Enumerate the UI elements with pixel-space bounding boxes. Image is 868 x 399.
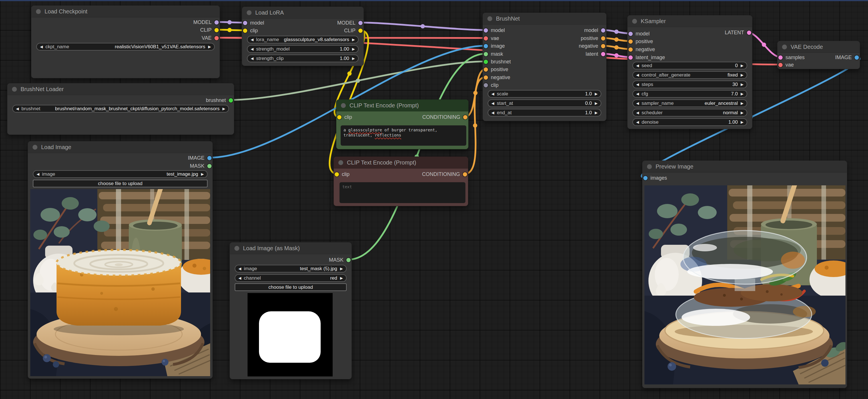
stepper-right-icon[interactable]: ▶	[595, 101, 598, 105]
stepper-right-icon[interactable]: ▶	[201, 172, 204, 176]
collapse-dot-icon[interactable]	[632, 19, 637, 24]
stepper-left-icon[interactable]: ◀	[636, 111, 639, 115]
stepper-right-icon[interactable]: ▶	[741, 92, 744, 96]
link-midpoint-dot[interactable]	[615, 30, 619, 34]
output-port-model[interactable]	[358, 21, 363, 25]
output-port-model[interactable]	[214, 20, 219, 25]
output-port-conditioning[interactable]	[463, 172, 467, 177]
link-midpoint-dot[interactable]	[356, 79, 360, 83]
node-titlebar[interactable]: VAE Decode	[777, 41, 860, 53]
widget-start-at[interactable]: ◀ start_at 0.0 ▶	[488, 99, 601, 107]
input-port-negative[interactable]	[484, 75, 488, 80]
node-clip-text-encode-negative[interactable]: CLIP Text Encode (Prompt) clip CONDITION…	[334, 156, 468, 206]
stepper-right-icon[interactable]: ▶	[352, 47, 355, 51]
stepper-right-icon[interactable]: ▶	[741, 83, 744, 86]
positive-prompt-textarea[interactable]: a glasssculpture of burger transparent, …	[341, 125, 466, 146]
node-titlebar[interactable]: CLIP Text Encode (Prompt)	[336, 100, 468, 112]
node-titlebar[interactable]: Load Image	[28, 142, 212, 153]
output-port-image[interactable]	[855, 55, 859, 60]
link-midpoint-dot[interactable]	[615, 37, 619, 42]
node-load-image[interactable]: Load Image IMAGE MASK ◀ image test_image…	[28, 141, 213, 379]
stepper-right-icon[interactable]: ▶	[340, 267, 343, 271]
stepper-right-icon[interactable]: ▶	[741, 101, 744, 105]
node-graph-canvas[interactable]: Load Checkpoint MODEL CLIP VAE ◀ ckpt_na…	[0, 0, 868, 399]
widget-image-file[interactable]: ◀ image test_image.jpg ▶	[33, 170, 208, 178]
stepper-left-icon[interactable]: ◀	[251, 47, 253, 51]
widget-end-at[interactable]: ◀ end_at 1.0 ▶	[488, 109, 601, 117]
collapse-dot-icon[interactable]	[782, 44, 787, 50]
stepper-right-icon[interactable]: ▶	[741, 111, 744, 115]
stepper-left-icon[interactable]: ◀	[636, 101, 639, 105]
widget-ckpt-name[interactable]: ◀ ckpt_name realisticVisionV60B1_v51VAE.…	[36, 43, 215, 51]
node-titlebar[interactable]: KSampler	[628, 16, 752, 27]
stepper-left-icon[interactable]: ◀	[636, 64, 639, 67]
stepper-right-icon[interactable]: ▶	[352, 57, 355, 60]
node-titlebar[interactable]: Load Image (as Mask)	[230, 243, 351, 254]
output-port-vae[interactable]	[214, 36, 219, 40]
collapse-dot-icon[interactable]	[36, 9, 41, 14]
stepper-left-icon[interactable]: ◀	[636, 92, 639, 96]
stepper-right-icon[interactable]: ▶	[595, 92, 598, 96]
widget-sampler-name[interactable]: ◀ sampler_name euler_ancestral ▶	[632, 99, 747, 107]
node-titlebar[interactable]: Load Checkpoint	[31, 6, 220, 18]
input-port-positive[interactable]	[484, 67, 488, 72]
stepper-left-icon[interactable]: ◀	[16, 107, 19, 111]
widget-brushnet-ckpt[interactable]: ◀ brushnet brushnet/random_mask_brushnet…	[12, 105, 229, 113]
stepper-right-icon[interactable]: ▶	[352, 38, 355, 41]
input-port-vae[interactable]	[778, 63, 783, 67]
node-preview-image[interactable]: Preview Image images	[642, 160, 847, 388]
stepper-left-icon[interactable]: ◀	[491, 111, 494, 115]
link-midpoint-dot[interactable]	[227, 20, 232, 25]
output-port-latent[interactable]	[601, 52, 605, 56]
output-port-latent[interactable]	[747, 31, 751, 35]
stepper-left-icon[interactable]: ◀	[251, 57, 253, 60]
widget-scale[interactable]: ◀ scale 1.0 ▶	[488, 90, 601, 98]
stepper-left-icon[interactable]: ◀	[636, 83, 639, 86]
link-midpoint-dot[interactable]	[421, 24, 425, 29]
input-port-positive[interactable]	[628, 39, 633, 44]
node-titlebar[interactable]: CLIP Text Encode (Prompt)	[334, 157, 468, 168]
node-load-checkpoint[interactable]: Load Checkpoint MODEL CLIP VAE ◀ ckpt_na…	[31, 5, 220, 78]
stepper-left-icon[interactable]: ◀	[239, 276, 241, 280]
stepper-left-icon[interactable]: ◀	[636, 120, 639, 124]
input-port-images[interactable]	[643, 176, 648, 180]
stepper-left-icon[interactable]: ◀	[40, 45, 43, 49]
stepper-left-icon[interactable]: ◀	[491, 92, 494, 96]
node-ksampler[interactable]: KSampler model positive negative latent_…	[627, 15, 752, 129]
stepper-left-icon[interactable]: ◀	[239, 267, 241, 271]
widget-seed[interactable]: ◀ seed 0 ▶	[632, 62, 747, 69]
negative-prompt-textarea[interactable]: text	[340, 182, 465, 203]
collapse-dot-icon[interactable]	[341, 103, 346, 108]
stepper-right-icon[interactable]: ▶	[741, 120, 744, 124]
node-titlebar[interactable]: BrushNet	[483, 13, 606, 25]
link-midpoint-dot[interactable]	[347, 71, 352, 76]
output-port-brushnet[interactable]	[229, 98, 233, 102]
output-port-positive[interactable]	[601, 36, 605, 40]
stepper-right-icon[interactable]: ▶	[208, 45, 211, 49]
widget-channel[interactable]: ◀ channel red ▶	[235, 274, 347, 282]
collapse-dot-icon[interactable]	[487, 16, 492, 21]
output-port-clip[interactable]	[358, 29, 363, 33]
output-port-conditioning[interactable]	[463, 115, 467, 119]
input-port-latent-image[interactable]	[628, 55, 633, 60]
stepper-right-icon[interactable]: ▶	[222, 107, 225, 111]
output-port-mask[interactable]	[346, 258, 351, 262]
output-port-negative[interactable]	[601, 44, 605, 48]
node-titlebar[interactable]: Load LoRA	[242, 7, 364, 19]
widget-denoise[interactable]: ◀ denoise 1.00 ▶	[632, 118, 747, 126]
link-midpoint-dot[interactable]	[615, 45, 619, 50]
link-midpoint-dot[interactable]	[227, 28, 232, 32]
collapse-dot-icon[interactable]	[247, 10, 252, 15]
output-port-mask[interactable]	[207, 164, 212, 168]
output-port-image[interactable]	[207, 156, 212, 160]
node-brushnet-loader[interactable]: BrushNet Loader brushnet ◀ brushnet brus…	[7, 83, 234, 135]
node-titlebar[interactable]: BrushNet Loader	[7, 83, 234, 95]
choose-file-button[interactable]: choose file to upload	[33, 180, 208, 187]
collapse-dot-icon[interactable]	[12, 87, 17, 92]
stepper-left-icon[interactable]: ◀	[251, 38, 253, 41]
collapse-dot-icon[interactable]	[338, 160, 343, 165]
output-port-clip[interactable]	[214, 28, 219, 32]
stepper-left-icon[interactable]: ◀	[491, 101, 494, 105]
stepper-left-icon[interactable]: ◀	[636, 73, 639, 77]
collapse-dot-icon[interactable]	[647, 164, 652, 169]
